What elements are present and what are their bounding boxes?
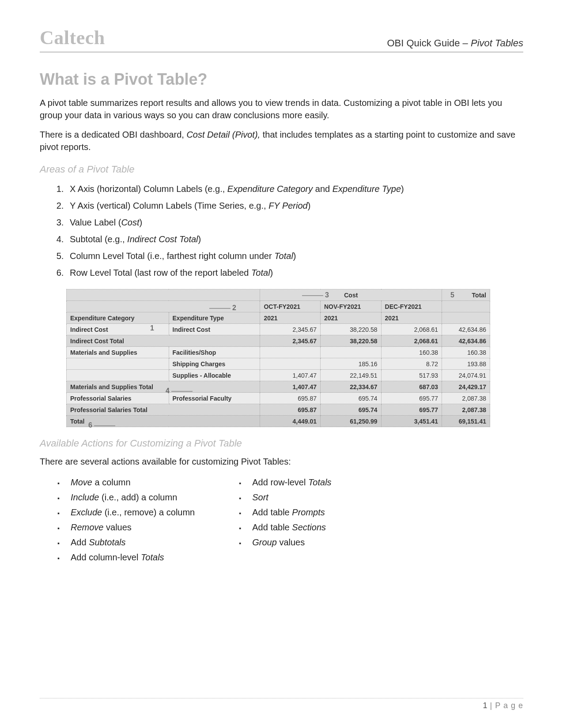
list-item: Remove values bbox=[40, 520, 195, 535]
category-cell: Materials and Supplies bbox=[67, 347, 169, 358]
col1-label: Expenditure Category bbox=[67, 312, 169, 324]
type-cell: Supplies - Allocable bbox=[169, 370, 260, 381]
value-cell: 61,250.99 bbox=[321, 416, 382, 427]
value-cell: 2,087.38 bbox=[442, 404, 490, 416]
list-item: Add Subtotals bbox=[40, 535, 195, 550]
value-cell bbox=[321, 347, 382, 358]
type-cell: Indirect Cost bbox=[169, 324, 260, 335]
actions-columns: Move a columnInclude (i.e., add) a colum… bbox=[40, 475, 523, 565]
list-item: Move a column bbox=[40, 475, 195, 490]
type-cell: Facilities/Shop bbox=[169, 347, 260, 358]
value-cell: 42,634.86 bbox=[442, 324, 490, 335]
value-cell: 24,429.17 bbox=[442, 381, 490, 393]
table-row: Expenditure Category Expenditure Type 20… bbox=[67, 312, 490, 324]
type-cell: Professorial Faculty bbox=[169, 393, 260, 404]
table-row: Cost Total bbox=[67, 289, 490, 301]
list-item: Add column-level Totals bbox=[40, 550, 195, 565]
value-cell: 69,151.41 bbox=[442, 416, 490, 427]
value-cell: 8.72 bbox=[381, 358, 442, 370]
value-cell: 695.77 bbox=[381, 404, 442, 416]
actions-intro: There are several actions available for … bbox=[40, 455, 523, 468]
value-cell: 193.88 bbox=[442, 358, 490, 370]
value-cell: 4,449.01 bbox=[260, 416, 321, 427]
page-title: What is a Pivot Table? bbox=[40, 70, 523, 89]
value-cell: 695.74 bbox=[321, 404, 382, 416]
value-cell: 687.03 bbox=[381, 381, 442, 393]
measure-header: Cost bbox=[260, 289, 442, 301]
actions-list-left: Move a columnInclude (i.e., add) a colum… bbox=[40, 475, 195, 565]
col2-label: Expenditure Type bbox=[169, 312, 260, 324]
value-cell: 160.38 bbox=[381, 347, 442, 358]
page-header: Caltech OBI Quick Guide – Pivot Tables bbox=[40, 26, 523, 53]
value-cell: 160.38 bbox=[442, 347, 490, 358]
table-row: Indirect CostIndirect Cost2,345.6738,220… bbox=[67, 324, 490, 335]
value-cell: 695.87 bbox=[260, 393, 321, 404]
category-cell: Professorial Salaries bbox=[67, 393, 169, 404]
list-item: Add table Sections bbox=[221, 520, 331, 535]
guide-topic: Pivot Tables bbox=[471, 38, 523, 49]
type-cell: Shipping Charges bbox=[169, 358, 260, 370]
value-cell: 2,068.61 bbox=[381, 335, 442, 347]
value-cell: 2,087.38 bbox=[442, 393, 490, 404]
value-cell: 38,220.58 bbox=[321, 335, 382, 347]
year-header: 2021 bbox=[321, 312, 382, 324]
actions-heading: Available Actions for Customizing a Pivo… bbox=[40, 438, 523, 449]
list-item: Group values bbox=[221, 535, 331, 550]
list-item: Add table Prompts bbox=[221, 505, 331, 520]
value-cell: 185.16 bbox=[321, 358, 382, 370]
table-row: Materials and Supplies Total1,407.4722,3… bbox=[67, 381, 490, 393]
value-cell: 517.93 bbox=[381, 370, 442, 381]
list-item: Sort bbox=[221, 490, 331, 505]
value-cell: 3,451.41 bbox=[381, 416, 442, 427]
table-row: Materials and SuppliesFacilities/Shop160… bbox=[67, 347, 490, 358]
table-row: Professorial SalariesProfessorial Facult… bbox=[67, 393, 490, 404]
page-number: 1 bbox=[483, 701, 487, 710]
list-item: Exclude (i.e., remove) a column bbox=[40, 505, 195, 520]
value-cell: 42,634.86 bbox=[442, 335, 490, 347]
value-cell: 2,345.67 bbox=[260, 324, 321, 335]
list-item: Row Level Total (last row of the report … bbox=[66, 265, 523, 280]
table-row: Shipping Charges185.168.72193.88 bbox=[67, 358, 490, 370]
value-cell: 38,220.58 bbox=[321, 324, 382, 335]
year-header: 2021 bbox=[381, 312, 442, 324]
table-row: Supplies - Allocable1,407.4722,149.51517… bbox=[67, 370, 490, 381]
list-item: X Axis (horizontal) Column Labels (e.g.,… bbox=[66, 181, 523, 196]
subtotal-label: Materials and Supplies Total bbox=[67, 381, 260, 393]
actions-list-right: Add row-level TotalsSortAdd table Prompt… bbox=[221, 475, 331, 565]
category-cell: Indirect Cost bbox=[67, 324, 169, 335]
guide-title: OBI Quick Guide – Pivot Tables bbox=[387, 38, 523, 49]
category-cell bbox=[67, 370, 169, 381]
value-cell: 1,407.47 bbox=[260, 381, 321, 393]
value-cell: 695.87 bbox=[260, 404, 321, 416]
subtotal-label: Professorial Salaries Total bbox=[67, 404, 260, 416]
logo: Caltech bbox=[40, 26, 105, 49]
table-row: OCT-FY2021 NOV-FY2021 DEC-FY2021 bbox=[67, 301, 490, 312]
value-cell bbox=[260, 347, 321, 358]
list-item: Y Axis (vertical) Column Labels (Time Se… bbox=[66, 198, 523, 213]
value-cell: 695.77 bbox=[381, 393, 442, 404]
list-item: Add row-level Totals bbox=[221, 475, 331, 490]
value-cell: 695.74 bbox=[321, 393, 382, 404]
text-run-italic: Cost Detail (Pivot), bbox=[186, 130, 260, 139]
value-cell: 1,407.47 bbox=[260, 370, 321, 381]
list-item: Value Label (Cost) bbox=[66, 215, 523, 230]
guide-prefix: OBI Quick Guide – bbox=[387, 38, 471, 49]
value-cell: 2,345.67 bbox=[260, 335, 321, 347]
period-header: NOV-FY2021 bbox=[321, 301, 382, 312]
intro-paragraph-1: A pivot table summarizes report results … bbox=[40, 97, 523, 121]
value-cell bbox=[260, 358, 321, 370]
list-item: Include (i.e., add) a column bbox=[40, 490, 195, 505]
year-header: 2021 bbox=[260, 312, 321, 324]
list-item: Subtotal (e.g., Indirect Cost Total) bbox=[66, 232, 523, 247]
areas-heading: Areas of a Pivot Table bbox=[40, 164, 523, 175]
areas-list: X Axis (horizontal) Column Labels (e.g.,… bbox=[66, 181, 523, 280]
value-cell: 24,074.91 bbox=[442, 370, 490, 381]
value-cell: 2,068.61 bbox=[381, 324, 442, 335]
value-cell: 22,334.67 bbox=[321, 381, 382, 393]
text-run: There is a dedicated OBI dashboard, bbox=[40, 130, 186, 139]
page-word: | P a g e bbox=[487, 701, 523, 710]
category-cell bbox=[67, 358, 169, 370]
subtotal-label: Indirect Cost Total bbox=[67, 335, 260, 347]
value-cell: 22,149.51 bbox=[321, 370, 382, 381]
pivot-table-figure: Cost Total OCT-FY2021 NOV-FY2021 DEC-FY2… bbox=[66, 289, 490, 427]
